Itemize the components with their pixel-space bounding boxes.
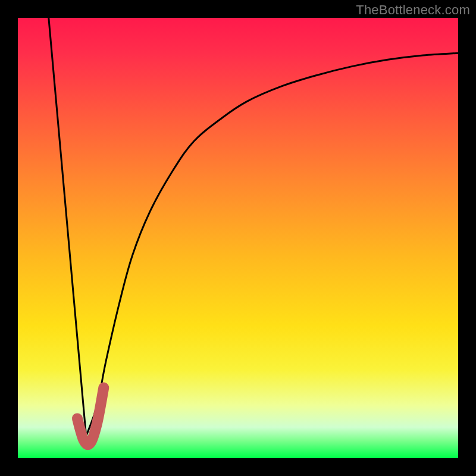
chart-wrapper: TheBottleneck.com: [0, 0, 476, 476]
plot-area: [18, 18, 458, 458]
right-rising-curve: [86, 53, 458, 436]
plot-svg: [18, 18, 458, 458]
left-descent-curve: [49, 18, 86, 436]
hook-overlay: [77, 388, 104, 445]
watermark-label: TheBottleneck.com: [356, 2, 470, 18]
